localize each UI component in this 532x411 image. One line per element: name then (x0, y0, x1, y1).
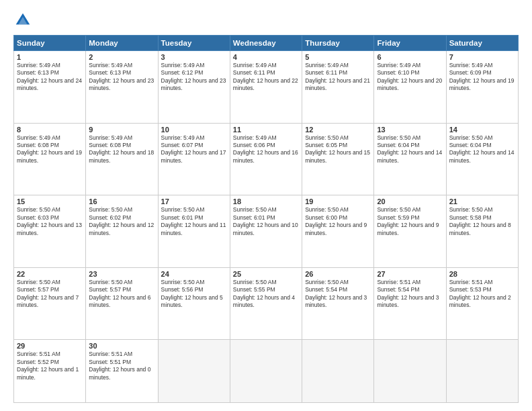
day-info: Sunrise: 5:50 AMSunset: 6:04 PMDaylight:… (377, 134, 442, 164)
calendar-cell: 20Sunrise: 5:50 AMSunset: 5:59 PMDayligh… (374, 195, 446, 268)
calendar-table: SundayMondayTuesdayWednesdayThursdayFrid… (13, 35, 519, 403)
day-number: 11 (233, 126, 299, 134)
day-number: 24 (161, 270, 227, 278)
calendar-cell: 23Sunrise: 5:50 AMSunset: 5:57 PMDayligh… (86, 267, 158, 340)
day-info: Sunrise: 5:50 AMSunset: 6:02 PMDaylight:… (89, 206, 154, 236)
day-info: Sunrise: 5:50 AMSunset: 6:00 PMDaylight:… (305, 206, 367, 236)
day-number: 28 (449, 270, 515, 278)
day-number: 14 (449, 126, 515, 134)
calendar-cell: 11Sunrise: 5:49 AMSunset: 6:06 PMDayligh… (230, 123, 302, 195)
day-info: Sunrise: 5:50 AMSunset: 5:59 PMDaylight:… (377, 206, 439, 236)
calendar-week-row: 22Sunrise: 5:50 AMSunset: 5:57 PMDayligh… (14, 267, 519, 340)
day-number: 2 (89, 53, 154, 61)
day-info: Sunrise: 5:49 AMSunset: 6:10 PMDaylight:… (377, 62, 442, 91)
calendar-cell: 16Sunrise: 5:50 AMSunset: 6:02 PMDayligh… (86, 195, 158, 268)
calendar-cell: 29Sunrise: 5:51 AMSunset: 5:52 PMDayligh… (14, 340, 86, 403)
calendar-cell: 4Sunrise: 5:49 AMSunset: 6:11 PMDaylight… (230, 51, 302, 124)
calendar-cell: 1Sunrise: 5:49 AMSunset: 6:13 PMDaylight… (14, 51, 86, 124)
weekday-header: Saturday (446, 36, 518, 51)
day-number: 9 (89, 126, 154, 134)
day-number: 5 (305, 53, 371, 61)
day-info: Sunrise: 5:51 AMSunset: 5:54 PMDaylight:… (377, 279, 439, 308)
day-info: Sunrise: 5:49 AMSunset: 6:07 PMDaylight:… (161, 134, 226, 164)
day-info: Sunrise: 5:50 AMSunset: 6:01 PMDaylight:… (161, 206, 226, 236)
calendar-cell: 13Sunrise: 5:50 AMSunset: 6:04 PMDayligh… (374, 123, 446, 195)
calendar-cell: 5Sunrise: 5:49 AMSunset: 6:11 PMDaylight… (302, 51, 374, 124)
calendar-cell: 12Sunrise: 5:50 AMSunset: 6:05 PMDayligh… (302, 123, 374, 195)
day-info: Sunrise: 5:50 AMSunset: 6:04 PMDaylight:… (449, 134, 515, 164)
day-info: Sunrise: 5:51 AMSunset: 5:53 PMDaylight:… (449, 279, 511, 308)
calendar-cell (158, 340, 230, 403)
weekday-header: Monday (86, 36, 158, 51)
day-number: 29 (17, 342, 83, 350)
day-number: 18 (233, 197, 299, 205)
day-info: Sunrise: 5:50 AMSunset: 6:01 PMDaylight:… (233, 206, 298, 236)
day-info: Sunrise: 5:50 AMSunset: 5:55 PMDaylight:… (233, 279, 295, 308)
calendar-week-row: 1Sunrise: 5:49 AMSunset: 6:13 PMDaylight… (14, 51, 519, 124)
day-number: 25 (233, 270, 299, 278)
day-info: Sunrise: 5:49 AMSunset: 6:06 PMDaylight:… (233, 134, 298, 164)
calendar-cell: 7Sunrise: 5:49 AMSunset: 6:09 PMDaylight… (446, 51, 518, 124)
calendar-cell: 26Sunrise: 5:50 AMSunset: 5:54 PMDayligh… (302, 267, 374, 340)
calendar-cell: 25Sunrise: 5:50 AMSunset: 5:55 PMDayligh… (230, 267, 302, 340)
day-number: 1 (17, 53, 83, 61)
calendar-cell: 15Sunrise: 5:50 AMSunset: 6:03 PMDayligh… (14, 195, 86, 268)
day-number: 30 (89, 342, 154, 350)
page: SundayMondayTuesdayWednesdayThursdayFrid… (0, 0, 532, 411)
calendar-cell: 6Sunrise: 5:49 AMSunset: 6:10 PMDaylight… (374, 51, 446, 124)
calendar-cell: 18Sunrise: 5:50 AMSunset: 6:01 PMDayligh… (230, 195, 302, 268)
calendar-body: 1Sunrise: 5:49 AMSunset: 6:13 PMDaylight… (14, 51, 519, 403)
calendar-cell: 17Sunrise: 5:50 AMSunset: 6:01 PMDayligh… (158, 195, 230, 268)
logo-icon (13, 11, 32, 30)
weekday-header: Thursday (302, 36, 374, 51)
day-info: Sunrise: 5:50 AMSunset: 6:05 PMDaylight:… (305, 134, 370, 164)
calendar-cell (446, 340, 518, 403)
day-number: 17 (161, 197, 227, 205)
day-info: Sunrise: 5:49 AMSunset: 6:11 PMDaylight:… (305, 62, 370, 91)
day-number: 16 (89, 197, 154, 205)
day-info: Sunrise: 5:51 AMSunset: 5:51 PMDaylight:… (89, 351, 150, 380)
weekday-header: Sunday (14, 36, 86, 51)
day-number: 12 (305, 126, 371, 134)
day-info: Sunrise: 5:49 AMSunset: 6:09 PMDaylight:… (449, 62, 515, 91)
day-number: 20 (377, 197, 443, 205)
calendar-cell: 27Sunrise: 5:51 AMSunset: 5:54 PMDayligh… (374, 267, 446, 340)
calendar-cell: 30Sunrise: 5:51 AMSunset: 5:51 PMDayligh… (86, 340, 158, 403)
day-info: Sunrise: 5:50 AMSunset: 5:57 PMDaylight:… (17, 279, 79, 308)
day-number: 7 (449, 53, 515, 61)
day-info: Sunrise: 5:49 AMSunset: 6:13 PMDaylight:… (17, 62, 82, 91)
day-number: 15 (17, 197, 83, 205)
day-number: 21 (449, 197, 515, 205)
day-number: 10 (161, 126, 227, 134)
day-info: Sunrise: 5:50 AMSunset: 5:57 PMDaylight:… (89, 279, 150, 308)
day-number: 27 (377, 270, 443, 278)
calendar-cell: 8Sunrise: 5:49 AMSunset: 6:08 PMDaylight… (14, 123, 86, 195)
day-info: Sunrise: 5:49 AMSunset: 6:12 PMDaylight:… (161, 62, 226, 91)
calendar-header-row: SundayMondayTuesdayWednesdayThursdayFrid… (14, 36, 519, 51)
calendar-cell (374, 340, 446, 403)
day-info: Sunrise: 5:50 AMSunset: 6:03 PMDaylight:… (17, 206, 82, 236)
day-info: Sunrise: 5:49 AMSunset: 6:13 PMDaylight:… (89, 62, 154, 91)
day-info: Sunrise: 5:49 AMSunset: 6:08 PMDaylight:… (17, 134, 82, 164)
calendar-cell: 21Sunrise: 5:50 AMSunset: 5:58 PMDayligh… (446, 195, 518, 268)
calendar-week-row: 29Sunrise: 5:51 AMSunset: 5:52 PMDayligh… (14, 340, 519, 403)
weekday-header: Tuesday (158, 36, 230, 51)
day-info: Sunrise: 5:50 AMSunset: 5:54 PMDaylight:… (305, 279, 367, 308)
calendar-cell: 24Sunrise: 5:50 AMSunset: 5:56 PMDayligh… (158, 267, 230, 340)
calendar-cell: 28Sunrise: 5:51 AMSunset: 5:53 PMDayligh… (446, 267, 518, 340)
day-number: 4 (233, 53, 299, 61)
calendar-cell: 22Sunrise: 5:50 AMSunset: 5:57 PMDayligh… (14, 267, 86, 340)
day-number: 19 (305, 197, 371, 205)
weekday-header: Wednesday (230, 36, 302, 51)
calendar-cell: 14Sunrise: 5:50 AMSunset: 6:04 PMDayligh… (446, 123, 518, 195)
day-info: Sunrise: 5:49 AMSunset: 6:11 PMDaylight:… (233, 62, 298, 91)
calendar-cell: 10Sunrise: 5:49 AMSunset: 6:07 PMDayligh… (158, 123, 230, 195)
day-number: 3 (161, 53, 227, 61)
calendar-cell: 2Sunrise: 5:49 AMSunset: 6:13 PMDaylight… (86, 51, 158, 124)
day-info: Sunrise: 5:50 AMSunset: 5:56 PMDaylight:… (161, 279, 223, 308)
day-number: 23 (89, 270, 154, 278)
day-number: 8 (17, 126, 83, 134)
calendar-week-row: 8Sunrise: 5:49 AMSunset: 6:08 PMDaylight… (14, 123, 519, 195)
day-info: Sunrise: 5:50 AMSunset: 5:58 PMDaylight:… (449, 206, 511, 236)
calendar-cell (302, 340, 374, 403)
